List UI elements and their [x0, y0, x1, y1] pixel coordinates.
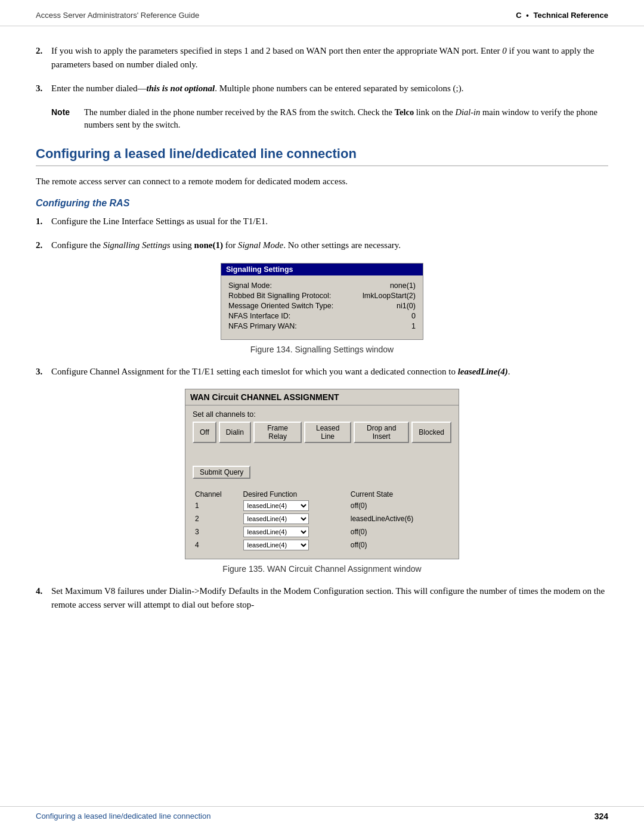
wan-func-select-2[interactable]: leasedLine(4) [243, 513, 309, 524]
header-chapter: C [516, 11, 521, 20]
note-box: Note The number dialed in the phone numb… [51, 106, 608, 132]
sig-row-2: Robbed Bit Signalling Protocol: lmkLoopS… [228, 292, 416, 300]
section-intro: The remote access server can connect to … [36, 175, 608, 188]
sub-list-item-1: 1. Configure the Line Interface Settings… [36, 215, 608, 228]
sig-row-4: NFAS Interface ID: 0 [228, 312, 416, 320]
list-num-chan: 3. [36, 365, 49, 379]
wan-window-body: Set all channels to: Off Dialin Frame Re… [185, 405, 459, 559]
wan-row-2: 2 leasedLine(4) leasedLineActive(6) [193, 512, 451, 525]
sig-row-1: Signal Mode: none(1) [228, 281, 416, 290]
wan-ch-1: 1 [193, 499, 241, 512]
wan-state-4: off(0) [348, 538, 451, 552]
wan-col-current: Current State [348, 490, 451, 499]
signalling-window-title: Signalling Settings [221, 264, 423, 275]
wan-col-desired: Desired Function [241, 490, 348, 499]
list-num-4: 4. [36, 584, 49, 611]
wan-btn-off[interactable]: Off [193, 422, 216, 443]
footer-left: Configuring a leased line/dedicated line… [36, 812, 210, 821]
wan-state-3: off(0) [348, 525, 451, 538]
header-left: Access Server Administrators' Reference … [36, 11, 199, 20]
sub-list-text-2: Configure the Signalling Settings using … [51, 239, 608, 252]
page-header: Access Server Administrators' Reference … [0, 0, 644, 26]
note-content: The number dialed in the phone number re… [84, 106, 608, 132]
section-heading: Configuring a leased line/dedicated line… [36, 146, 608, 166]
sig-row-5: NFAS Primary WAN: 1 [228, 322, 416, 330]
signalling-window: Signalling Settings Signal Mode: none(1)… [221, 263, 423, 340]
wan-row-4: 4 leasedLine(4) off(0) [193, 538, 451, 552]
wan-state-1: off(0) [348, 499, 451, 512]
sub-list-num-2: 2. [36, 239, 49, 252]
main-content: 2. If you wish to apply the parameters s… [0, 44, 644, 611]
page-container: Access Server Administrators' Reference … [0, 0, 644, 833]
figure-135-container: WAN Circuit CHANNEL ASSIGNMENT Set all c… [36, 389, 608, 574]
list-item-chan: 3. Configure Channel Assignment for the … [36, 365, 608, 379]
wan-btn-leased-line[interactable]: Leased Line [304, 422, 351, 443]
wan-btn-row: Off Dialin Frame Relay Leased Line Drop … [193, 422, 451, 443]
wan-func-3: leasedLine(4) [241, 525, 348, 538]
list-num-3: 3. [36, 82, 49, 95]
list-text-2: If you wish to apply the parameters spec… [51, 44, 608, 71]
sig-row-3: Message Oriented Switch Type: ni1(0) [228, 302, 416, 310]
wan-row-3: 3 leasedLine(4) off(0) [193, 525, 451, 538]
wan-func-select-4[interactable]: leasedLine(4) [243, 540, 309, 550]
wan-submit-button[interactable]: Submit Query [193, 466, 250, 479]
sub-list-text-1: Configure the Line Interface Settings as… [51, 215, 608, 228]
header-right: C • Technical Reference [516, 11, 608, 20]
footer-right: 324 [595, 812, 608, 821]
header-bullet: • [526, 11, 529, 20]
wan-col-channel: Channel [193, 490, 241, 499]
list-num-2: 2. [36, 44, 49, 71]
wan-func-1: leasedLine(4) [241, 499, 348, 512]
wan-state-2: leasedLineActive(6) [348, 512, 451, 525]
wan-btn-frame-relay[interactable]: Frame Relay [253, 422, 302, 443]
wan-row-1: 1 leasedLine(4) off(0) [193, 499, 451, 512]
figure-135-caption: Figure 135. WAN Circuit Channel Assignme… [222, 564, 421, 574]
wan-btn-drop-insert[interactable]: Drop and Insert [354, 422, 409, 443]
figure-134-container: Signalling Settings Signal Mode: none(1)… [36, 263, 608, 354]
list-text-4: Set Maximum V8 failures under Dialin->Mo… [51, 584, 608, 611]
signalling-window-body: Signal Mode: none(1) Robbed Bit Signalli… [221, 275, 423, 339]
wan-submit-row: Submit Query [193, 466, 451, 479]
wan-btn-dialin[interactable]: Dialin [219, 422, 251, 443]
wan-ch-3: 3 [193, 525, 241, 538]
sub-list-item-2: 2. Configure the Signalling Settings usi… [36, 239, 608, 252]
wan-func-select-1[interactable]: leasedLine(4) [243, 500, 309, 511]
wan-window-title: WAN Circuit CHANNEL ASSIGNMENT [185, 389, 459, 405]
page-footer: Configuring a leased line/dedicated line… [0, 806, 644, 821]
wan-func-4: leasedLine(4) [241, 538, 348, 552]
wan-window: WAN Circuit CHANNEL ASSIGNMENT Set all c… [185, 389, 459, 559]
list-text-chan: Configure Channel Assignment for the T1/… [51, 365, 608, 379]
list-item-4: 4. Set Maximum V8 failures under Dialin-… [36, 584, 608, 611]
wan-btn-blocked[interactable]: Blocked [411, 422, 451, 443]
wan-func-select-3[interactable]: leasedLine(4) [243, 527, 309, 537]
list-item-3: 3. Enter the number dialed—this is not o… [36, 82, 608, 95]
wan-func-2: leasedLine(4) [241, 512, 348, 525]
sub-heading: Configuring the RAS [36, 198, 608, 209]
header-section: Technical Reference [534, 11, 608, 20]
wan-ch-4: 4 [193, 538, 241, 552]
wan-table: Channel Desired Function Current State 1 [193, 490, 451, 552]
sub-list-num-1: 1. [36, 215, 49, 228]
note-label: Note [51, 106, 84, 132]
list-item-2: 2. If you wish to apply the parameters s… [36, 44, 608, 71]
wan-ch-2: 2 [193, 512, 241, 525]
list-text-3: Enter the number dialed—this is not opti… [51, 82, 608, 95]
figure-134-caption: Figure 134. Signalling Settings window [250, 345, 394, 354]
wan-set-channels-label: Set all channels to: [193, 410, 451, 419]
